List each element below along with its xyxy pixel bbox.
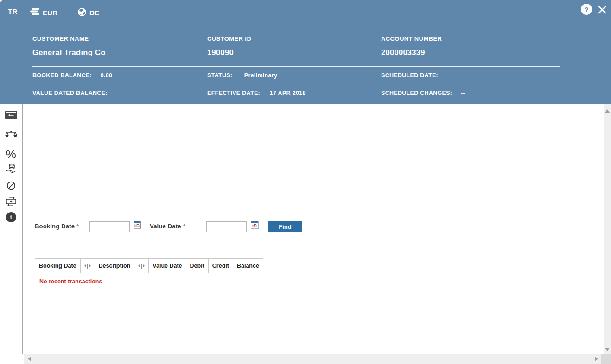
- value-date-label: Value Date*: [150, 223, 185, 230]
- booked-balance: BOOKED BALANCE: 0.00: [32, 72, 112, 79]
- required-marker: *: [183, 223, 185, 230]
- horizontal-scrollbar[interactable]: [24, 354, 601, 364]
- globe-icon: [77, 7, 87, 18]
- country-selector[interactable]: TR: [8, 7, 18, 15]
- scroll-left-icon[interactable]: [28, 357, 31, 361]
- booking-date-calendar-icon[interactable]: [134, 221, 141, 228]
- percent-icon[interactable]: %: [6, 148, 16, 161]
- card-transfer-icon[interactable]: [5, 110, 17, 119]
- required-marker: *: [76, 223, 79, 230]
- account-overlay-window: TR EUR: [0, 0, 611, 364]
- empty-message: No recent transactions: [35, 273, 263, 290]
- value-date-calendar-icon[interactable]: [251, 221, 258, 228]
- booked-balance-label: BOOKED BALANCE:: [32, 72, 99, 79]
- vertical-scrollbar[interactable]: [604, 104, 611, 354]
- column-header-credit: Credit: [208, 259, 233, 273]
- info-icon[interactable]: i: [6, 212, 16, 222]
- booked-balance-value: 0.00: [101, 72, 113, 79]
- booking-date-input[interactable]: [89, 221, 130, 232]
- main-content: %: [0, 104, 604, 354]
- scrollbar-corner: [601, 354, 611, 364]
- table-header-row: Booking Date Description Value Date Debi…: [35, 259, 263, 273]
- scheduled-date: SCHEDULED DATE:: [381, 72, 451, 79]
- account-header: TR EUR: [0, 0, 611, 104]
- percent-glyph: %: [6, 148, 16, 161]
- coins-icon: [30, 7, 40, 18]
- sidebar: %: [0, 104, 23, 354]
- info-glyph: i: [10, 213, 12, 221]
- customer-id-label: CUSTOMER ID: [207, 35, 251, 42]
- help-glyph: ?: [584, 6, 588, 13]
- status: STATUS: Preliminary: [207, 72, 277, 79]
- language-label: DE: [89, 9, 99, 17]
- find-button[interactable]: Find: [268, 221, 302, 232]
- currency-selector[interactable]: EUR: [30, 7, 58, 18]
- status-value: Preliminary: [244, 72, 277, 79]
- scroll-right-icon[interactable]: [595, 357, 598, 361]
- table-empty-row: No recent transactions: [35, 273, 263, 290]
- column-header-value-date: Value Date: [149, 259, 186, 273]
- status-label: STATUS:: [207, 72, 242, 79]
- banknote-exchange-icon[interactable]: [5, 197, 17, 206]
- column-resize-handle[interactable]: [80, 259, 95, 273]
- scheduled-changes-value: --: [461, 90, 465, 96]
- language-selector[interactable]: DE: [77, 7, 99, 18]
- customer-name-label: CUSTOMER NAME: [32, 35, 89, 42]
- value-dated-balance: VALUE DATED BALANCE:: [32, 90, 114, 96]
- hand-coins-icon[interactable]: [6, 163, 17, 175]
- scheduled-changes: SCHEDULED CHANGES: --: [381, 90, 465, 96]
- transactions-table: Booking Date Description Value Date Debi…: [35, 258, 263, 290]
- customer-name-value: General Trading Co: [32, 48, 106, 57]
- value-dated-balance-label: VALUE DATED BALANCE:: [32, 90, 114, 96]
- block-icon[interactable]: [6, 181, 16, 191]
- customer-id-value: 190090: [207, 48, 234, 57]
- resize-handle-icon: [138, 264, 145, 269]
- currency-label: EUR: [43, 9, 58, 17]
- effective-date: EFFECTIVE DATE: 17 APR 2018: [207, 90, 306, 96]
- country-code-label: TR: [8, 7, 18, 15]
- column-header-description: Description: [95, 259, 134, 273]
- help-button[interactable]: ?: [581, 4, 592, 15]
- resize-handle-icon: [84, 264, 91, 269]
- scroll-up-icon[interactable]: [605, 109, 610, 113]
- column-header-balance: Balance: [233, 259, 263, 273]
- account-number-label: ACCOUNT NUMBER: [381, 35, 442, 42]
- close-icon[interactable]: [597, 5, 607, 15]
- value-date-input[interactable]: [206, 221, 247, 232]
- account-number-value: 2000003339: [381, 48, 425, 57]
- header-divider: [32, 66, 560, 67]
- scroll-down-icon[interactable]: [605, 348, 610, 351]
- column-resize-handle[interactable]: [134, 259, 149, 273]
- effective-date-label: EFFECTIVE DATE:: [207, 90, 268, 96]
- column-header-booking-date: Booking Date: [35, 259, 81, 273]
- scales-icon[interactable]: [5, 130, 18, 140]
- scheduled-date-label: SCHEDULED DATE:: [381, 72, 451, 79]
- booking-date-label: Booking Date*: [35, 223, 79, 230]
- scheduled-changes-label: SCHEDULED CHANGES:: [381, 90, 459, 96]
- effective-date-value: 17 APR 2018: [270, 90, 306, 96]
- column-header-debit: Debit: [186, 259, 208, 273]
